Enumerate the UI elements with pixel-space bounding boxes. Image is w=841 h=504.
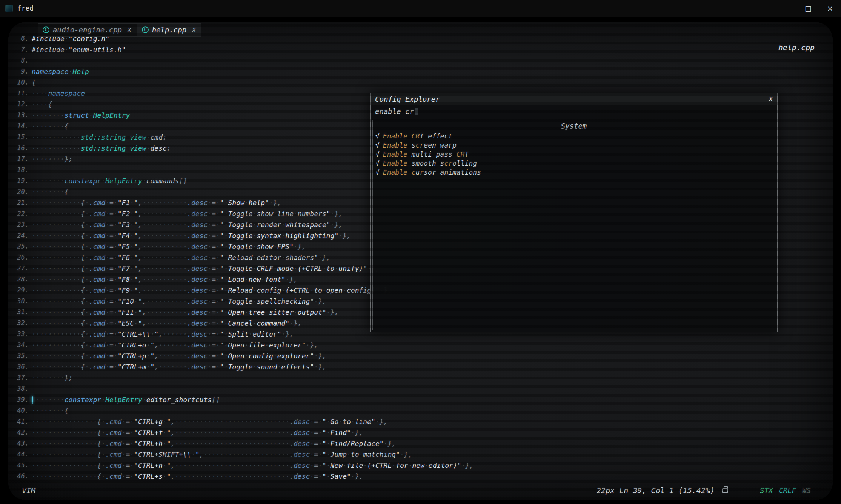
code-line[interactable]: 9.namespace·Help: [12, 66, 833, 77]
whitespace-dot: ·: [69, 199, 73, 207]
code-line[interactable]: 35.············{·.cmd·=·"CTRL+p·",······…: [12, 350, 833, 361]
code-token: "·Toggle·show·line·numbers": [220, 210, 331, 218]
whitespace-dot: ·: [163, 429, 167, 436]
whitespace-dot: ·: [40, 210, 44, 218]
checkbox-checked-icon[interactable]: √: [375, 132, 380, 140]
whitespace-dot: ·: [334, 264, 338, 272]
whitespace-dot: ·: [48, 264, 52, 272]
code-line[interactable]: 41.················{·.cmd·=·"CTRL+g·",··…: [12, 416, 833, 427]
code-token: ·},: [338, 232, 351, 240]
code-line[interactable]: 7.#include·"enum-utils.h": [12, 44, 833, 55]
whitespace-dot: ·: [32, 264, 36, 272]
whitespace-dot: ·: [48, 407, 52, 415]
tab-close-button[interactable]: X: [128, 26, 131, 34]
cursor-position: 22px Ln 39, Col 1 (15.42%): [597, 486, 715, 495]
whitespace-dot: ·: [44, 144, 48, 152]
code-line[interactable]: 34.············{·.cmd·=·"CTRL+o·",······…: [12, 340, 833, 350]
whitespace-dot: ·: [36, 221, 40, 229]
window-controls: — □ ×: [775, 0, 841, 17]
dialog-close-button[interactable]: X: [769, 95, 773, 103]
whitespace-dot: ·: [216, 461, 220, 469]
checkbox-checked-icon[interactable]: √: [375, 150, 380, 158]
config-item[interactable]: √Enable screen warp: [373, 140, 775, 149]
whitespace-dot: ·: [48, 275, 52, 283]
code-token: {: [32, 78, 36, 86]
code-line[interactable]: 8.: [12, 55, 833, 66]
whitespace-dot: ·: [52, 243, 56, 250]
code-line[interactable]: 40.········{: [12, 405, 833, 416]
whitespace-dot: ·: [105, 275, 109, 283]
whitespace-dot: ·: [69, 133, 73, 141]
config-item[interactable]: √Enable cursor animations: [373, 167, 775, 177]
whitespace-dot: ·: [89, 450, 93, 458]
config-item[interactable]: √Enable multi-pass CRT: [373, 149, 775, 158]
tab-help[interactable]: C help.cpp X: [137, 23, 201, 37]
checkbox-checked-icon[interactable]: √: [375, 141, 380, 149]
whitespace-dot: ·: [171, 352, 175, 360]
tab-audio-engine[interactable]: C audio-engine.cpp X: [38, 23, 137, 37]
config-item[interactable]: √Enable CRT effect: [373, 131, 775, 140]
label-segment: Enable: [383, 150, 412, 158]
code-token: ········: [32, 177, 65, 185]
code-line[interactable]: 45.················{·.cmd·=·"CTRL+n·",··…: [12, 460, 833, 471]
whitespace-dot: ·: [32, 439, 36, 447]
code-line[interactable]: 39.········constexpr·HelpEntry·editor_sh…: [12, 394, 833, 405]
code-token: ············: [32, 133, 81, 141]
whitespace-dot: ·: [158, 352, 163, 360]
code-token: .cmd: [105, 418, 121, 426]
close-button[interactable]: ×: [819, 0, 841, 17]
whitespace-dot: ·: [150, 210, 154, 218]
whitespace-dot: ·: [44, 439, 48, 447]
whitespace-dot: ·: [44, 133, 48, 141]
whitespace-dot: ·: [60, 352, 65, 360]
whitespace-dot: ·: [224, 472, 228, 480]
code-line[interactable]: 44.················{·.cmd·=·"CTRL+SHIFT+…: [12, 449, 833, 460]
checkbox-checked-icon[interactable]: √: [375, 168, 380, 176]
whitespace-dot: ·: [40, 243, 44, 250]
whitespace-dot: ·: [60, 286, 65, 294]
whitespace-dot: ·: [314, 363, 318, 371]
whitespace-dot: ·: [158, 264, 163, 272]
whitespace-dot: ·: [85, 429, 89, 436]
config-search-input[interactable]: enable cr: [371, 105, 777, 117]
maximize-button[interactable]: □: [797, 0, 819, 17]
code-line[interactable]: 38.: [12, 383, 833, 394]
whitespace-dot: ·: [44, 89, 48, 97]
whitespace-dot: ·: [48, 472, 52, 480]
checkbox-checked-icon[interactable]: √: [375, 159, 380, 167]
code-token: editor_shortcuts: [146, 396, 212, 404]
code-line[interactable]: 37.········};: [12, 372, 833, 383]
tab-close-button[interactable]: X: [192, 26, 196, 34]
whitespace-dot: ·: [48, 221, 52, 229]
whitespace-dot: ·: [32, 100, 36, 108]
code-token: ·=·: [208, 319, 220, 327]
code-line[interactable]: 36.············{·.cmd·=·"CTRL+m·",······…: [12, 361, 833, 372]
whitespace-dot: ·: [36, 418, 40, 426]
config-item[interactable]: √Enable smooth scrolling: [373, 158, 775, 167]
code-line[interactable]: 10.{: [12, 77, 833, 88]
whitespace-dot: ·: [77, 439, 81, 447]
code-token: ·=·: [208, 199, 220, 207]
whitespace-dot: ·: [40, 188, 44, 196]
whitespace-dot: ·: [65, 450, 69, 458]
whitespace-dot: ·: [224, 232, 228, 240]
whitespace-dot: ·: [212, 450, 216, 458]
code-line[interactable]: 42.················{·.cmd·=·"CTRL+f·",··…: [12, 427, 833, 438]
whitespace-dot: ·: [32, 461, 36, 469]
code-token: .desc: [187, 352, 208, 360]
whitespace-dot: ·: [277, 472, 281, 480]
minimize-button[interactable]: —: [775, 0, 797, 17]
code-line[interactable]: 46.················{·.cmd·=·"CTRL+s·",··…: [12, 471, 833, 482]
code-token: ·=·: [105, 341, 118, 349]
whitespace-dot: ·: [77, 133, 81, 141]
whitespace-dot: ·: [200, 461, 204, 469]
code-line[interactable]: 43.················{·.cmd·=·"CTRL+h·",··…: [12, 438, 833, 449]
whitespace-dot: ·: [114, 243, 118, 250]
status-right: 22px Ln 39, Col 1 (15.42%) STXCRLFWS: [597, 486, 811, 495]
code-token: ·=·: [122, 429, 134, 436]
whitespace-dot: ·: [183, 418, 187, 426]
whitespace-dot: ·: [105, 243, 109, 250]
whitespace-dot: ·: [384, 439, 388, 447]
whitespace-dot: ·: [130, 439, 134, 447]
whitespace-dot: ·: [154, 286, 158, 294]
